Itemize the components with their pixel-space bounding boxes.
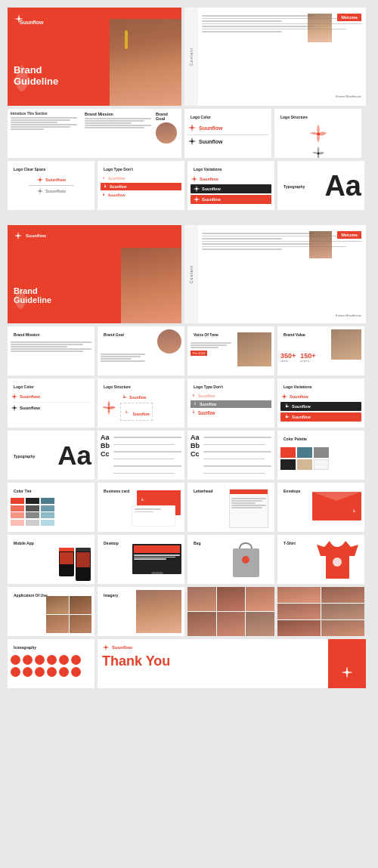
typo-detail-letters: Aa Bb Cc: [191, 434, 200, 477]
slide-brand-goal[interactable]: Brand Goal: [98, 326, 184, 375]
logo-text-dark: Suunflow: [199, 139, 223, 144]
slide-brand-mission-2[interactable]: Brand Mission: [8, 326, 94, 375]
slide-color-palette[interactable]: Color Palette: [277, 431, 364, 480]
icon-circle-8: [23, 667, 33, 677]
slide-logo-type-dont-2[interactable]: Logo Type Don't Suunflow: [187, 378, 274, 428]
swatch-red: [280, 447, 296, 458]
cover2-logo: Suunflow: [14, 231, 46, 240]
slide-content-2[interactable]: Content Welcome Emma Woodhouse: [184, 225, 366, 323]
slide-logo-type-dont[interactable]: Logo Type Don't Suunflow: [98, 161, 184, 210]
logo-icon-2: [187, 137, 197, 146]
slide-thank-you[interactable]: Suunflow Thank You: [98, 639, 366, 688]
svg-point-20: [194, 403, 196, 405]
slide-business-card[interactable]: Business card Suunflow: [98, 483, 184, 532]
svg-point-13: [17, 235, 20, 237]
cover-portrait-area: [110, 19, 181, 106]
lc2-icon-1: [11, 393, 18, 400]
decorative-leaf: [14, 65, 30, 94]
slide-brand-mission[interactable]: Introduce This Section Brand Mission: [8, 109, 181, 158]
svg-point-6: [39, 190, 42, 192]
slide-content-welcome[interactable]: Content Welcome Emma Woodhouse: [184, 8, 366, 106]
ls2-icon-3: [123, 409, 129, 415]
slide-desktop[interactable]: Desktop: [98, 535, 184, 584]
ltd2-icon-3: [191, 408, 197, 416]
icon-circle-3: [35, 655, 45, 665]
icon-circle-5: [59, 655, 69, 665]
cover-logo: Suunflow: [14, 14, 24, 24]
variation-icon-1: [191, 175, 198, 183]
slide-logo-color[interactable]: Logo Color Suunflow: [184, 109, 271, 158]
main-grid: Suunflow Brand Guideline: [0, 0, 378, 696]
row-1: Suunflow Brand Guideline: [8, 8, 370, 106]
slide-mobile-app[interactable]: Mobile App: [8, 535, 94, 584]
slide-logo-color-2[interactable]: Logo Color Suunflow: [8, 378, 94, 428]
slide-iconography[interactable]: Iconography: [8, 639, 94, 688]
logo-structure-icon-lg: [308, 122, 329, 144]
welcome-badge-2: Welcome: [337, 231, 361, 239]
svg-point-2: [191, 141, 194, 143]
clear-space-icon-2: [36, 187, 44, 195]
lv2-icon-1: [280, 393, 288, 400]
slide-logo-clear-space[interactable]: Logo Clear Space Suunflow: [8, 161, 94, 210]
variation-icon-2: [193, 185, 200, 193]
slide-logo-structure-2[interactable]: Logo Structure: [98, 378, 184, 428]
slide-typography-1[interactable]: Typography Aa: [277, 161, 364, 210]
bv-stat2: 150+: [300, 352, 315, 360]
row-6: Logo Color Suunflow: [8, 378, 370, 428]
slide-logo-variations[interactable]: Logo Variations Suunflow: [187, 161, 274, 210]
svg-point-30: [105, 647, 107, 649]
imagery-photo: [136, 590, 181, 633]
icon-circle-7: [11, 667, 20, 677]
logo-structure-label: Logo Structure: [277, 112, 358, 121]
slide-cover[interactable]: Suunflow Brand Guideline: [8, 8, 181, 106]
lc2-icon-2: [11, 404, 18, 412]
dont-icon-1: [101, 175, 107, 181]
color-tint-swatches: [11, 498, 91, 526]
slide-tshirt[interactable]: T-Shirt: [277, 535, 364, 584]
slide-cover-2[interactable]: Suunflow Brand Guideline: [8, 225, 181, 323]
cover2-portrait: [121, 248, 181, 323]
svg-point-10: [194, 178, 196, 181]
logo-structure-icon-sm: [311, 145, 326, 158]
slide-envelope[interactable]: Envelope: [277, 483, 364, 532]
row-8: Color Tint: [8, 483, 370, 532]
slide-face-collage-2[interactable]: [277, 587, 364, 636]
lv2-icon-3: [283, 413, 290, 421]
section-gap: [8, 213, 370, 222]
slide-voice-of-tone[interactable]: Voice Of Tone Per 2024: [187, 326, 274, 375]
logo-color-label: Logo Color: [187, 112, 268, 121]
ty-bar-icon: [340, 666, 354, 679]
face-collage-grid-2: [277, 587, 364, 636]
slide-imagery[interactable]: Imagery: [98, 587, 184, 636]
row-2: Introduce This Section Brand Mission: [8, 109, 370, 158]
slide-face-collage-1[interactable]: [187, 587, 274, 636]
slide-bag[interactable]: Bag: [187, 535, 274, 584]
slide-logo-variations-2[interactable]: Logo Variations Suunflow: [277, 378, 364, 428]
slide-typography-2[interactable]: Typography Aa: [8, 431, 94, 480]
svg-point-7: [103, 178, 104, 179]
slide-letterhead[interactable]: Letterhead: [187, 483, 274, 532]
svg-point-16: [107, 406, 110, 409]
slide-typography-abc[interactable]: Aa Bb Cc: [98, 431, 184, 480]
ty-logo-icon: [102, 644, 110, 651]
slide-color-tint[interactable]: Color Tint: [8, 483, 94, 532]
slide-brand-value-2[interactable]: Brand Value 350+ clients 150+ projects: [277, 326, 364, 375]
svg-point-28: [242, 556, 249, 564]
typography-aa: Aa: [324, 171, 361, 200]
logo-text-red: Suunflow: [199, 125, 223, 131]
cover2-logo-text: Suunflow: [26, 233, 46, 238]
row-3: Logo Clear Space Suunflow: [8, 161, 370, 210]
svg-point-9: [103, 194, 104, 196]
svg-point-11: [196, 188, 198, 190]
swatch-dark: [280, 459, 296, 470]
content-sidebar: Content: [184, 8, 198, 106]
lv2-icon-2: [283, 403, 290, 410]
svg-point-19: [193, 395, 194, 397]
svg-point-5: [39, 179, 42, 181]
svg-point-21: [193, 412, 194, 413]
slide-logo-structure[interactable]: Logo Structure: [274, 109, 361, 158]
cover2-logo-icon: [14, 231, 23, 240]
slide-typography-detail[interactable]: Aa Bb Cc: [187, 431, 274, 480]
ls2-icon-2: [120, 394, 128, 401]
slide-application-of-use[interactable]: Application Of Use: [8, 587, 94, 636]
